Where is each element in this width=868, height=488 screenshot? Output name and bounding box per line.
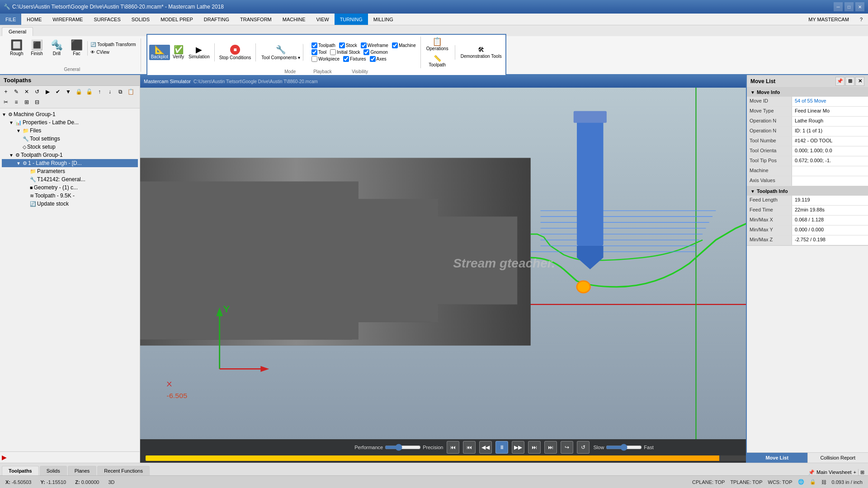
sim-btn-backplot[interactable]: 📐 Backplot [149,45,170,60]
sidebar-tool-verify[interactable]: ✔ [53,87,63,97]
tab-recent-functions[interactable]: Recent Functions [97,466,150,475]
minimize-button[interactable]: ─ [834,2,843,11]
sidebar-tool-down[interactable]: ↓ [105,87,115,97]
tree-toolpath-item[interactable]: ≋ Toolpath - 9.5K - [2,192,138,200]
ribbon-btn-rough[interactable]: 🔲 Rough [7,38,26,58]
ribbon-toolpath-transform[interactable]: 🔄 Toolpath Transform [90,41,137,48]
operations-btn[interactable]: 📋 Operations [425,37,450,52]
tree-toolpath-group[interactable]: ▼ ⚙ Toolpath Group-1 [2,151,138,159]
viewsheet-add-icon[interactable]: + [854,469,856,475]
menu-file[interactable]: FILE [0,14,21,25]
sim-btn-stop-conditions[interactable]: ■ Stop Conditions [217,44,253,61]
sim-btn-verify[interactable]: ✅ Verify [171,45,186,60]
play-btn-next[interactable]: ▶▶ [512,441,524,454]
sidebar-tool-more[interactable]: ≡ [11,97,21,107]
menu-my-mastercam[interactable]: MY MASTERCAM [803,14,854,25]
tab-planes[interactable]: Planes [68,466,97,475]
menu-home[interactable]: HOME [21,14,47,25]
panel-pin2-btn[interactable]: ⊞ [845,77,854,86]
move-info-header[interactable]: ▼ Move Info [747,88,868,97]
performance-slider[interactable] [385,444,421,451]
collapse-arrow[interactable]: ▶ [2,454,7,461]
vis-initial-stock[interactable]: Initial Stock [330,49,360,55]
move-list-tab[interactable]: Move List [747,453,808,463]
tree-parameters[interactable]: 📁 Parameters [2,167,138,175]
menu-turning[interactable]: TURNING [335,14,368,25]
tree-files[interactable]: ▼ 📁 Files [2,127,138,135]
tree-geometry[interactable]: ■ Geometry - (1) c... [2,183,138,192]
sidebar-tool-edit[interactable]: ✎ [11,87,21,97]
vis-toolpath[interactable]: Toolpath [311,42,335,48]
ribbon-btn-finish[interactable]: 🔳 Finish [28,38,46,58]
sidebar-tool-delete[interactable]: ✕ [22,87,32,97]
demo-tools-btn[interactable]: 🛠 Demonstration Tools [459,45,504,60]
play-btn-step[interactable]: ↪ [561,441,573,454]
menu-help[interactable]: ? [854,14,868,25]
sidebar-tool-lock[interactable]: 🔒 [74,87,84,97]
menu-wireframe[interactable]: WIREFRAME [47,14,88,25]
sim-btn-simulation[interactable]: ▶ Simulation [187,45,212,60]
sidebar-tool-collapse[interactable]: ⊟ [32,97,42,107]
vis-wireframe[interactable]: Wireframe [361,42,388,48]
toolpath-btn[interactable]: 📏 Toolpath [425,54,450,68]
play-btn-pause[interactable]: ⏸ [495,441,508,454]
menu-solids[interactable]: SOLIDS [126,14,155,25]
vis-tool[interactable]: Tool [311,49,326,55]
tree-lathe-rough[interactable]: ▼ ⚙ 1 - Lathe Rough - [D... [2,159,138,167]
tree-update-stock[interactable]: 🔄 Update stock [2,200,138,208]
opname-label: Operation N [747,117,792,126]
menu-milling[interactable]: MILLING [368,14,399,25]
menu-drafting[interactable]: DRAFTING [198,14,235,25]
tree-stock-setup[interactable]: ◇ Stock setup [2,143,138,151]
tab-toolpaths[interactable]: Toolpaths [2,466,39,475]
ribbon-tab-general[interactable]: General [2,27,33,36]
sidebar-tool-paste[interactable]: 📋 [126,87,136,97]
maximize-button[interactable]: □ [844,2,854,11]
panel-close-btn[interactable]: ✕ [855,77,864,86]
sidebar-tool-up[interactable]: ↑ [94,87,104,97]
sidebar-tool-sim[interactable]: ▶ [42,87,52,97]
ribbon-btn-fac[interactable]: ⬛ Fac [67,38,85,58]
tab-solids[interactable]: Solids [40,466,67,475]
sidebar-tool-expand[interactable]: ⊞ [22,97,32,107]
sidebar-tool-new[interactable]: + [1,87,11,97]
tree-tool-settings[interactable]: 🔧 Tool settings [2,135,138,143]
sidebar-tool-cut[interactable]: ✂ [1,97,11,107]
status-units: 0.093 in / inch [832,479,863,485]
play-btn-next-fast[interactable]: ⏭ [528,441,541,454]
viewsheet-expand-icon[interactable]: ⊞ [860,469,864,475]
play-btn-prev-fast[interactable]: ⏮ [463,441,476,454]
menu-view[interactable]: VIEW [311,14,335,25]
sidebar-tool-copy[interactable]: ⧉ [115,87,125,97]
tree-properties[interactable]: ▼ 📊 Properties - Lathe De... [2,118,138,127]
vis-gnomon[interactable]: Gnomon [363,49,387,55]
vis-fixtures[interactable]: Fixtures [343,56,366,62]
sidebar-tool-regen[interactable]: ↺ [32,87,42,97]
menu-model-prep[interactable]: MODEL PREP [155,14,198,25]
tree-t142142[interactable]: 🔧 T142142: General... [2,175,138,183]
menu-surfaces[interactable]: SURFACES [88,14,126,25]
vis-machine[interactable]: Machine [392,42,416,48]
menu-transform[interactable]: TRANSFORM [235,14,277,25]
play-btn-reset[interactable]: ↺ [577,441,590,454]
bottom-tabs: Toolpaths Solids Planes Recent Functions… [0,463,868,475]
play-btn-end[interactable]: ⏭ [544,441,557,454]
collision-report-tab[interactable]: Collision Report [808,453,868,463]
toolpath-info-header[interactable]: ▼ Toolpath Info [747,187,868,196]
ribbon-btn-drill[interactable]: 🔩 Drill [47,38,66,58]
play-btn-start[interactable]: ⏮ [447,441,459,454]
speed-slider[interactable] [606,444,642,451]
tool-components-btn[interactable]: 🔧 Tool Components ▾ [259,44,303,61]
vis-stock[interactable]: Stock [339,42,357,48]
panel-pin-btn[interactable]: 📌 [835,77,844,86]
sidebar-tool-unlock[interactable]: 🔓 [84,87,94,97]
vis-workpiece[interactable]: Workpiece [311,56,340,62]
play-btn-prev[interactable]: ◀◀ [479,441,492,454]
vis-axes[interactable]: Axes [370,56,387,62]
sidebar-tool-filter[interactable]: ▼ [63,87,73,97]
moveid-label: Move ID [747,97,792,106]
ribbon-cview[interactable]: 👁 CView [90,49,110,56]
menu-machine[interactable]: MACHINE [277,14,311,25]
close-button[interactable]: ✕ [855,2,864,11]
tree-machine-group[interactable]: ▼ ⚙ Machine Group-1 [2,110,138,118]
